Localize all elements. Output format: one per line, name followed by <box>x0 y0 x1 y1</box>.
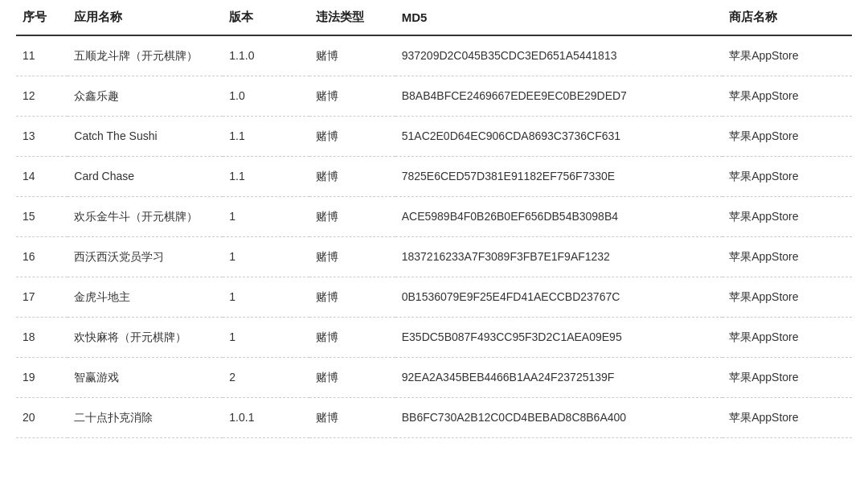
cell-violation: 赌博 <box>309 318 395 358</box>
table-row: 20二十点扑克消除1.0.1赌博BB6FC730A2B12C0CD4BEBAD8… <box>16 398 852 438</box>
cell-md5: ACE5989B4F0B26B0EF656DB54B3098B4 <box>395 197 723 237</box>
cell-version: 1.1 <box>223 117 309 157</box>
cell-name: Card Chase <box>68 157 223 197</box>
cell-seq: 19 <box>16 358 68 398</box>
table-row: 12众鑫乐趣1.0赌博B8AB4BFCE2469667EDEE9EC0BE29D… <box>16 76 852 117</box>
cell-version: 1 <box>223 318 309 358</box>
header-name: 应用名称 <box>68 0 223 35</box>
cell-store: 苹果AppStore <box>723 398 852 438</box>
table-row: 11五顺龙斗牌（开元棋牌）1.1.0赌博937209D2C045B35CDC3E… <box>16 35 852 76</box>
cell-store: 苹果AppStore <box>723 117 852 157</box>
cell-store: 苹果AppStore <box>723 358 852 398</box>
table-wrapper: 序号 应用名称 版本 违法类型 MD5 商店名称 11五顺龙斗牌（开元棋牌）1.… <box>0 0 868 438</box>
cell-violation: 赌博 <box>309 157 395 197</box>
header-seq: 序号 <box>16 0 68 35</box>
cell-md5: 937209D2C045B35CDC3ED651A5441813 <box>395 35 723 76</box>
cell-version: 1.0.1 <box>223 398 309 438</box>
cell-md5: 0B1536079E9F25E4FD41AECCBD23767C <box>395 277 723 318</box>
cell-seq: 16 <box>16 237 68 277</box>
cell-md5: 1837216233A7F3089F3FB7E1F9AF1232 <box>395 237 723 277</box>
table-row: 19智赢游戏2赌博92EA2A345BEB4466B1AA24F23725139… <box>16 358 852 398</box>
cell-seq: 14 <box>16 157 68 197</box>
cell-version: 1.0 <box>223 76 309 117</box>
cell-name: 五顺龙斗牌（开元棋牌） <box>68 35 223 76</box>
cell-violation: 赌博 <box>309 358 395 398</box>
table-row: 15欢乐金牛斗（开元棋牌）1赌博ACE5989B4F0B26B0EF656DB5… <box>16 197 852 237</box>
cell-seq: 18 <box>16 318 68 358</box>
table-row: 14Card Chase1.1赌博7825E6CED57D381E91182EF… <box>16 157 852 197</box>
cell-store: 苹果AppStore <box>723 318 852 358</box>
cell-md5: BB6FC730A2B12C0CD4BEBAD8C8B6A400 <box>395 398 723 438</box>
cell-name: Catch The Sushi <box>68 117 223 157</box>
table-row: 17金虎斗地主1赌博0B1536079E9F25E4FD41AECCBD2376… <box>16 277 852 318</box>
cell-name: 二十点扑克消除 <box>68 398 223 438</box>
cell-store: 苹果AppStore <box>723 197 852 237</box>
cell-md5: B8AB4BFCE2469667EDEE9EC0BE29DED7 <box>395 76 723 117</box>
cell-seq: 20 <box>16 398 68 438</box>
cell-md5: 51AC2E0D64EC906CDA8693C3736CF631 <box>395 117 723 157</box>
cell-name: 西沃西沃党员学习 <box>68 237 223 277</box>
cell-name: 智赢游戏 <box>68 358 223 398</box>
cell-violation: 赌博 <box>309 398 395 438</box>
cell-violation: 赌博 <box>309 197 395 237</box>
table-header-row: 序号 应用名称 版本 违法类型 MD5 商店名称 <box>16 0 852 35</box>
cell-violation: 赌博 <box>309 117 395 157</box>
cell-name: 金虎斗地主 <box>68 277 223 318</box>
cell-seq: 13 <box>16 117 68 157</box>
cell-md5: E35DC5B087F493CC95F3D2C1AEA09E95 <box>395 318 723 358</box>
header-store: 商店名称 <box>723 0 852 35</box>
cell-store: 苹果AppStore <box>723 277 852 318</box>
cell-violation: 赌博 <box>309 76 395 117</box>
cell-version: 2 <box>223 358 309 398</box>
cell-seq: 12 <box>16 76 68 117</box>
cell-violation: 赌博 <box>309 277 395 318</box>
cell-version: 1 <box>223 277 309 318</box>
cell-store: 苹果AppStore <box>723 157 852 197</box>
cell-name: 欢快麻将（开元棋牌） <box>68 318 223 358</box>
cell-version: 1.1 <box>223 157 309 197</box>
cell-version: 1 <box>223 197 309 237</box>
header-md5: MD5 <box>395 0 723 35</box>
cell-violation: 赌博 <box>309 35 395 76</box>
table-row: 13Catch The Sushi1.1赌博51AC2E0D64EC906CDA… <box>16 117 852 157</box>
header-version: 版本 <box>223 0 309 35</box>
cell-md5: 7825E6CED57D381E91182EF756F7330E <box>395 157 723 197</box>
cell-name: 众鑫乐趣 <box>68 76 223 117</box>
data-table: 序号 应用名称 版本 违法类型 MD5 商店名称 11五顺龙斗牌（开元棋牌）1.… <box>16 0 852 438</box>
cell-seq: 11 <box>16 35 68 76</box>
cell-md5: 92EA2A345BEB4466B1AA24F23725139F <box>395 358 723 398</box>
cell-name: 欢乐金牛斗（开元棋牌） <box>68 197 223 237</box>
cell-version: 1.1.0 <box>223 35 309 76</box>
cell-store: 苹果AppStore <box>723 76 852 117</box>
table-row: 16西沃西沃党员学习1赌博1837216233A7F3089F3FB7E1F9A… <box>16 237 852 277</box>
table-row: 18欢快麻将（开元棋牌）1赌博E35DC5B087F493CC95F3D2C1A… <box>16 318 852 358</box>
cell-seq: 15 <box>16 197 68 237</box>
cell-version: 1 <box>223 237 309 277</box>
cell-seq: 17 <box>16 277 68 318</box>
cell-violation: 赌博 <box>309 237 395 277</box>
cell-store: 苹果AppStore <box>723 237 852 277</box>
cell-store: 苹果AppStore <box>723 35 852 76</box>
header-violation: 违法类型 <box>309 0 395 35</box>
